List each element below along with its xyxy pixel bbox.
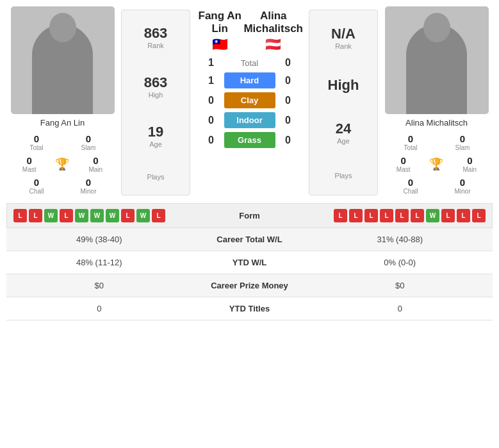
right-player-card: Alina Michalitsch 0 Total 0 Slam 0 Mast [380, 6, 493, 197]
right-total-cell: 0 Total [385, 131, 437, 153]
form-badge-right: L [364, 209, 378, 222]
left-player-card: Fang An Lin 0 Total 0 Slam 0 Mast [6, 6, 119, 197]
form-badge-right: L [349, 209, 363, 222]
indoor-right-score: 0 [279, 115, 297, 126]
left-slam-value: 0 [86, 133, 91, 144]
form-badge-left: L [29, 209, 42, 222]
form-badge-right: L [395, 209, 409, 222]
stats-left: 49% (38-40) [13, 235, 186, 244]
right-mast-value: 0 [400, 155, 405, 166]
stats-right: 0% (0-0) [314, 258, 487, 267]
form-badge-left: L [13, 209, 27, 222]
left-trophy-icon: 🏆 [55, 157, 69, 171]
right-avatar [385, 6, 489, 114]
form-label: Form [211, 211, 288, 220]
form-badge-left: W [44, 209, 58, 222]
left-chall-cell: 0 Chall [11, 175, 63, 197]
right-chall-label: Chall [404, 188, 418, 195]
right-chall-cell: 0 Chall [385, 175, 437, 197]
right-rank-value: N/A [331, 26, 356, 42]
center-court-section: Fang An Lin 🇹🇼 Alina Michalitsch 🇦🇹 1 To… [193, 6, 306, 148]
form-badge-left: W [106, 209, 119, 222]
indoor-row: 0 Indoor 0 [193, 112, 306, 128]
left-chall-value: 0 [34, 177, 39, 188]
right-mast-cell: 0 Mast 🏆 0 Main [385, 153, 489, 175]
form-badge-right: L [441, 209, 455, 222]
right-plays-label: Plays [335, 172, 352, 179]
form-row: LLWLWWWLWL Form LLLLLLWLLL [6, 203, 493, 228]
right-minor-value: 0 [460, 177, 465, 188]
left-mast-cell: 0 Mast 🏆 0 Main [11, 153, 115, 175]
clay-right-score: 0 [279, 95, 297, 106]
left-age-label: Age [149, 140, 162, 148]
grass-left-score: 0 [202, 135, 220, 146]
indoor-left-score: 0 [202, 115, 220, 126]
right-main-value: 0 [467, 155, 472, 166]
form-badge-right: W [426, 209, 439, 222]
right-minor-cell: 0 Minor [437, 175, 489, 197]
grass-badge: Grass [224, 132, 275, 148]
form-badge-right: L [457, 209, 470, 222]
left-total-cell: 0 Total [11, 131, 63, 153]
left-total-value: 0 [34, 133, 39, 144]
stats-left: 0 [13, 304, 186, 313]
right-slam-cell: 0 Slam [437, 131, 489, 153]
right-main-label: Main [462, 166, 477, 173]
right-age-label: Age [337, 137, 350, 145]
right-chall-value: 0 [408, 177, 413, 188]
clay-row: 0 Clay 0 [193, 92, 306, 108]
grass-row: 0 Grass 0 [193, 132, 306, 148]
clay-badge: Clay [224, 92, 275, 108]
stats-right: 0 [314, 304, 487, 313]
left-minor-value: 0 [86, 177, 91, 188]
left-chall-label: Chall [29, 188, 44, 195]
stats-center: YTD Titles [186, 304, 314, 313]
indoor-badge: Indoor [224, 112, 275, 128]
left-total-label: Total [29, 144, 43, 151]
center-right-name: Alina Michalitsch [243, 10, 303, 35]
clay-left-score: 0 [202, 95, 220, 106]
form-badge-left: W [75, 209, 88, 222]
left-flag: 🇹🇼 [212, 37, 228, 52]
form-right-badges: LLLLLLWLLL [288, 209, 486, 222]
hard-left-score: 1 [202, 75, 220, 87]
total-right-score: 0 [279, 57, 297, 69]
right-rank-label: Rank [335, 42, 352, 50]
form-badge-left: W [136, 209, 150, 222]
left-slam-cell: 0 Slam [63, 131, 115, 153]
left-high-label: High [149, 91, 163, 99]
left-slam-label: Slam [81, 144, 96, 151]
hard-row: 1 Hard 0 [193, 72, 306, 88]
stats-row: 49% (38-40)Career Total W/L31% (40-88) [6, 228, 493, 251]
stats-right: $0 [314, 281, 487, 290]
form-badge-right: L [411, 209, 424, 222]
left-minor-cell: 0 Minor [63, 175, 115, 197]
right-age-value: 24 [336, 120, 351, 137]
left-high-value: 863 [144, 74, 168, 91]
left-main-label: Main [88, 166, 102, 173]
left-main-value: 0 [93, 155, 98, 166]
right-slam-label: Slam [455, 144, 470, 151]
form-badge-right: L [380, 209, 393, 222]
form-badge-left: W [90, 209, 104, 222]
left-rank-box: 863 Rank 863 High 19 Age Plays [121, 10, 190, 195]
hard-badge: Hard [224, 72, 275, 88]
stats-row: 48% (11-12)YTD W/L0% (0-0) [6, 251, 493, 274]
center-left-name: Fang An Lin [196, 10, 243, 35]
form-badge-right: L [472, 209, 486, 222]
form-badge-left: L [152, 209, 165, 222]
left-mast-value: 0 [26, 155, 31, 166]
stats-center: Career Prize Money [186, 281, 314, 290]
stats-row: $0Career Prize Money$0 [6, 274, 493, 297]
left-minor-label: Minor [80, 188, 96, 195]
total-label: Total [224, 58, 275, 68]
hard-right-score: 0 [279, 75, 297, 87]
form-left-badges: LLWLWWWLWL [13, 209, 211, 222]
right-total-value: 0 [408, 133, 413, 144]
left-mast-label: Mast [22, 166, 37, 173]
stats-center: Career Total W/L [186, 235, 314, 244]
right-flag: 🇦🇹 [265, 37, 281, 52]
right-rank-box: N/A Rank High 24 Age Plays [309, 10, 378, 195]
bottom-stats: 49% (38-40)Career Total W/L31% (40-88)48… [6, 228, 493, 320]
total-row: 1 Total 0 [193, 57, 306, 69]
